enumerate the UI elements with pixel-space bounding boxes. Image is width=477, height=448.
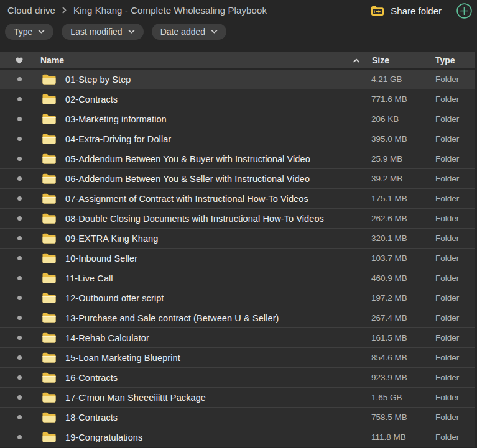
row-type: Folder bbox=[435, 273, 475, 283]
heart-icon[interactable] bbox=[0, 57, 39, 64]
chevron-down-icon bbox=[38, 30, 45, 34]
share-folder-button[interactable]: Share folder bbox=[371, 6, 442, 16]
favorite-dot[interactable] bbox=[17, 117, 22, 121]
table-row[interactable]: 15-Loan Marketing Blueprint 854.6 MB Fol… bbox=[0, 348, 475, 368]
filter-chip-type[interactable]: Type bbox=[5, 24, 53, 40]
table-row[interactable]: 06-Addendum Between You & Seller with In… bbox=[0, 169, 475, 189]
chevron-down-icon bbox=[211, 30, 218, 34]
filter-chip-date-added[interactable]: Date added bbox=[152, 24, 226, 40]
column-header-type[interactable]: Type bbox=[435, 55, 475, 65]
column-header-name[interactable]: Name bbox=[39, 55, 353, 65]
column-header-size[interactable]: Size bbox=[371, 55, 435, 65]
folder-list: 01-Step by Step 4.21 GB Folder 02-Contra… bbox=[0, 70, 475, 447]
filter-chip-label: Last modified bbox=[70, 27, 122, 37]
breadcrumb-root[interactable]: Cloud drive bbox=[7, 5, 55, 16]
folder-icon bbox=[39, 412, 65, 423]
table-row[interactable]: 17-C'mon Man Sheeeiiittt Package 1.65 GB… bbox=[0, 388, 475, 408]
row-type: Folder bbox=[435, 194, 475, 203]
favorite-dot[interactable] bbox=[17, 355, 22, 360]
row-type: Folder bbox=[435, 154, 475, 163]
table-row[interactable]: 10-Inbound Seller 103.7 MB Folder bbox=[0, 249, 475, 268]
favorite-dot[interactable] bbox=[17, 216, 22, 221]
favorite-dot[interactable] bbox=[17, 256, 22, 260]
row-name: 13-Purchase and Sale contract (Between U… bbox=[65, 313, 371, 323]
favorite-dot[interactable] bbox=[17, 296, 22, 300]
favorite-dot[interactable] bbox=[17, 415, 22, 419]
row-type: Folder bbox=[435, 293, 475, 303]
row-type: Folder bbox=[435, 254, 475, 263]
favorite-dot[interactable] bbox=[17, 97, 22, 101]
file-table: Name Size Type 01-Step by Step bbox=[0, 52, 475, 447]
row-size: 175.1 MB bbox=[371, 194, 435, 203]
table-row[interactable]: 03-Marketing information 206 KB Folder bbox=[0, 109, 475, 129]
row-type: Folder bbox=[435, 134, 475, 144]
row-size: 206 KB bbox=[371, 114, 435, 124]
row-name: 15-Loan Marketing Blueprint bbox=[65, 353, 371, 363]
row-name: 11-Live Call bbox=[65, 273, 371, 283]
favorite-dot[interactable] bbox=[17, 435, 22, 439]
row-type: Folder bbox=[435, 333, 475, 342]
breadcrumb-current: King Khang - Complete Wholesaling Playbo… bbox=[73, 5, 267, 16]
folder-icon bbox=[39, 293, 65, 303]
table-row[interactable]: 09-EXTRA King Khang 320.1 MB Folder bbox=[0, 229, 475, 249]
table-row[interactable]: 08-Double Closing Documents with Instruc… bbox=[0, 209, 475, 229]
favorite-dot[interactable] bbox=[17, 77, 22, 81]
table-row[interactable]: 14-Rehab Calculator 161.5 MB Folder bbox=[0, 328, 475, 348]
table-row[interactable]: 02-Contracts 771.6 MB Folder bbox=[0, 89, 475, 109]
row-size: 267.4 MB bbox=[371, 313, 435, 322]
table-row[interactable]: 18-Contracts 758.5 MB Folder bbox=[0, 408, 475, 427]
folder-icon bbox=[39, 372, 65, 383]
row-name: 14-Rehab Calculator bbox=[65, 333, 371, 343]
favorite-dot[interactable] bbox=[17, 395, 22, 400]
table-row[interactable]: 01-Step by Step 4.21 GB Folder bbox=[0, 70, 475, 89]
row-size: 262.6 MB bbox=[371, 214, 435, 223]
topbar: Cloud drive King Khang - Complete Wholes… bbox=[0, 0, 477, 24]
row-name: 07-Assignment of Contract with Instructi… bbox=[65, 194, 371, 204]
chevron-right-icon bbox=[62, 7, 67, 14]
row-size: 923.9 MB bbox=[371, 373, 435, 382]
row-name: 05-Addendum Between You & Buyer with Ins… bbox=[65, 154, 371, 164]
table-row[interactable]: 12-Outbound offer script 197.2 MB Folder bbox=[0, 288, 475, 308]
row-type: Folder bbox=[435, 353, 475, 362]
favorite-dot[interactable] bbox=[17, 236, 22, 240]
row-name: 12-Outbound offer script bbox=[65, 293, 371, 303]
favorite-dot[interactable] bbox=[17, 336, 22, 340]
row-type: Folder bbox=[435, 114, 475, 124]
favorite-dot[interactable] bbox=[17, 137, 22, 141]
table-row[interactable]: 13-Purchase and Sale contract (Between U… bbox=[0, 308, 475, 328]
table-row[interactable]: 11-Live Call 460.9 MB Folder bbox=[0, 268, 475, 288]
row-type: Folder bbox=[435, 413, 475, 422]
share-folder-icon bbox=[371, 6, 384, 16]
filter-bar: Type Last modified Date added bbox=[0, 24, 477, 40]
folder-icon bbox=[39, 74, 65, 85]
folder-icon bbox=[39, 432, 65, 442]
row-size: 103.7 MB bbox=[371, 254, 435, 263]
add-button[interactable] bbox=[456, 2, 473, 19]
row-name: 19-Congratulations bbox=[65, 432, 371, 442]
plus-circle-icon bbox=[456, 2, 473, 19]
filter-chip-last-modified[interactable]: Last modified bbox=[62, 24, 143, 40]
favorite-dot[interactable] bbox=[17, 276, 22, 280]
table-row[interactable]: 16-Contracts 923.9 MB Folder bbox=[0, 368, 475, 388]
favorite-dot[interactable] bbox=[17, 316, 22, 320]
favorite-dot[interactable] bbox=[17, 375, 22, 380]
favorite-dot[interactable] bbox=[17, 157, 22, 161]
table-row[interactable]: 05-Addendum Between You & Buyer with Ins… bbox=[0, 149, 475, 169]
folder-icon bbox=[39, 233, 65, 244]
caret-up-icon[interactable] bbox=[353, 58, 371, 63]
row-type: Folder bbox=[435, 313, 475, 322]
table-row[interactable]: 04-Extra-Driving for Dollar 395.0 MB Fol… bbox=[0, 129, 475, 149]
table-header: Name Size Type bbox=[0, 52, 475, 68]
table-row[interactable]: 07-Assignment of Contract with Instructi… bbox=[0, 189, 475, 209]
favorite-dot[interactable] bbox=[17, 196, 22, 201]
favorite-dot[interactable] bbox=[17, 176, 22, 181]
row-size: 460.9 MB bbox=[371, 273, 435, 283]
folder-icon bbox=[39, 153, 65, 164]
table-row[interactable]: 19-Congratulations 111.8 MB Folder bbox=[0, 427, 475, 447]
folder-icon bbox=[39, 352, 65, 363]
row-type: Folder bbox=[435, 75, 475, 84]
row-type: Folder bbox=[435, 94, 475, 104]
row-name: 10-Inbound Seller bbox=[65, 254, 371, 263]
row-size: 25.9 MB bbox=[371, 154, 435, 163]
row-name: 16-Contracts bbox=[65, 373, 371, 383]
